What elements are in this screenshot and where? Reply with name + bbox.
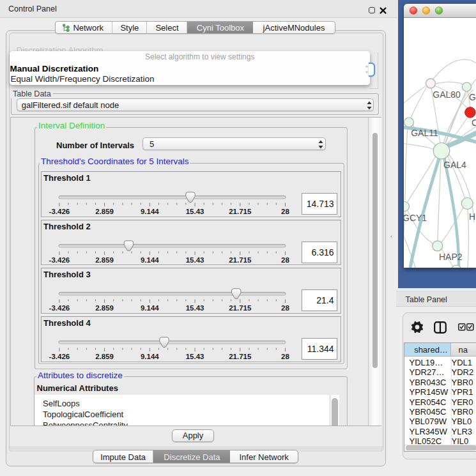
svg-text:15.43: 15.43 (185, 304, 204, 312)
svg-text:9.144: 9.144 (140, 256, 158, 263)
svg-text:15.43: 15.43 (185, 208, 204, 215)
svg-text:28: 28 (281, 256, 289, 263)
svg-text:2.859: 2.859 (95, 304, 114, 312)
svg-text:2.859: 2.859 (95, 256, 114, 263)
svg-text:GAL80: GAL80 (433, 89, 461, 100)
svg-text:9.144: 9.144 (140, 208, 158, 215)
svg-text:GCY1: GCY1 (404, 213, 427, 223)
svg-text:28: 28 (281, 304, 289, 312)
svg-text:2.859: 2.859 (95, 353, 114, 360)
svg-text:H: H (469, 211, 475, 222)
svg-text:-3.426: -3.426 (49, 304, 70, 312)
svg-text:21.715: 21.715 (229, 353, 252, 360)
svg-text:21.715: 21.715 (229, 304, 252, 312)
svg-text:9.144: 9.144 (140, 304, 158, 312)
svg-text:GAL4: GAL4 (443, 160, 466, 170)
svg-text:GAL11: GAL11 (411, 128, 438, 138)
svg-text:28: 28 (281, 208, 289, 215)
svg-text:C: C (472, 118, 476, 128)
svg-text:15.43: 15.43 (185, 353, 204, 360)
svg-text:9.144: 9.144 (140, 353, 158, 360)
svg-text:21.715: 21.715 (229, 256, 252, 263)
svg-text:15.43: 15.43 (185, 256, 204, 263)
svg-text:-3.426: -3.426 (49, 256, 70, 263)
svg-text:2.859: 2.859 (95, 208, 114, 215)
svg-text:HAP2: HAP2 (439, 252, 463, 262)
svg-text:-3.426: -3.426 (49, 208, 70, 215)
svg-text:GA: GA (469, 92, 476, 102)
svg-text:-3.426: -3.426 (49, 353, 70, 360)
svg-text:28: 28 (281, 353, 289, 360)
svg-text:21.715: 21.715 (229, 208, 252, 215)
